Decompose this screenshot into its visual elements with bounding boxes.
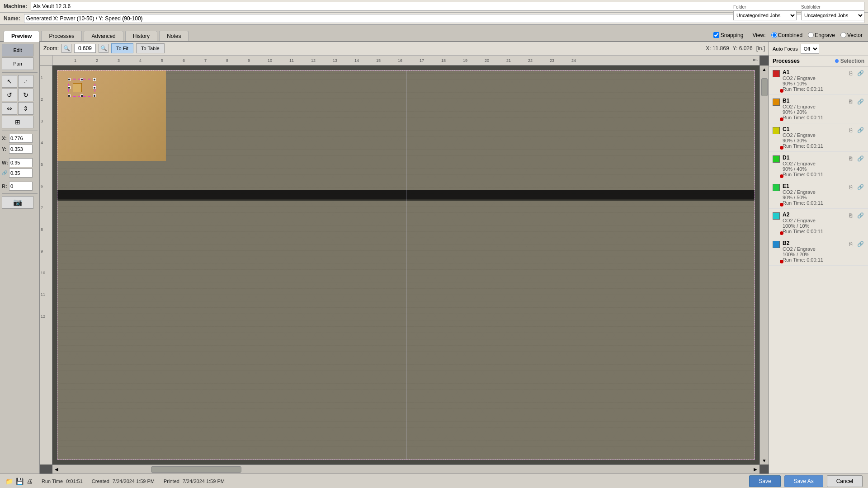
view-vector-radio[interactable]: Vector xyxy=(840,32,863,38)
scrollbar-v[interactable]: ▲ ▼ xyxy=(760,66,769,465)
r-coord-input[interactable] xyxy=(9,182,33,191)
scroll-down-button[interactable]: ▼ xyxy=(760,456,769,465)
process-item-e1[interactable]: E1 CO2 / Engrave 90% / 50% Run Time: 0:0… xyxy=(769,180,868,209)
zoom-label: Zoom: xyxy=(43,45,59,52)
process-item-b2[interactable]: B2 CO2 / Engrave 100% / 20% Run Time: 0:… xyxy=(769,237,868,266)
auto-focus-select[interactable]: Off On xyxy=(801,44,819,54)
handle-br[interactable] xyxy=(93,94,96,97)
machine-label: Machine: xyxy=(4,3,27,9)
snapping-view-bar: Snapping View: Combined Engrave Vector xyxy=(713,32,863,38)
save-button[interactable]: Save xyxy=(749,475,780,487)
subfolder-label: Subfolder xyxy=(801,5,864,9)
process-action-icons-d1: ⎘ 🔗 xyxy=(846,155,864,163)
process-link-icon-b2[interactable]: 🔗 xyxy=(856,240,864,248)
view-engrave-radio[interactable]: Engrave xyxy=(808,32,835,38)
process-copy-icon-a2[interactable]: ⎘ xyxy=(846,211,854,220)
folder-group: Folder Uncategorized Jobs xyxy=(733,5,797,20)
w-coord-input[interactable] xyxy=(9,158,33,167)
process-copy-icon-c1[interactable]: ⎘ xyxy=(846,126,854,134)
edit-button[interactable]: Edit xyxy=(2,44,33,56)
zoom-bar: Zoom: 🔍 🔍 To Fit To Table X: 11.869 Y: 6… xyxy=(40,42,769,56)
flip-h-icon[interactable]: ⇔ xyxy=(2,102,17,115)
subfolder-select[interactable]: Uncategorized Jobs xyxy=(801,10,864,20)
process-copy-icon-b2[interactable]: ⎘ xyxy=(846,240,854,248)
left-panel: Edit Pan ↖ ⟋ ↺ ↻ ⇔ ⇕ ⊞ xyxy=(0,42,40,474)
laser-preview xyxy=(57,70,755,460)
camera-tools: 📷 xyxy=(2,196,38,209)
handle-ml[interactable] xyxy=(68,86,71,89)
process-link-icon-a2[interactable]: 🔗 xyxy=(856,211,864,220)
process-color-a1 xyxy=(773,70,780,77)
process-copy-icon-a1[interactable]: ⎘ xyxy=(846,69,854,77)
canvas-content[interactable] xyxy=(52,66,760,465)
tab-processes[interactable]: Processes xyxy=(41,31,82,41)
snapping-checkbox[interactable] xyxy=(713,32,719,38)
camera-icon[interactable]: 📷 xyxy=(2,196,33,209)
chain-icon: 🔗 xyxy=(2,170,8,175)
zoom-in-button[interactable]: 🔍 xyxy=(99,44,108,53)
handle-mr[interactable] xyxy=(93,86,96,89)
scroll-up-button[interactable]: ▲ xyxy=(760,66,769,74)
grid-icon[interactable]: ⊞ xyxy=(2,116,33,128)
cancel-button[interactable]: Cancel xyxy=(827,475,863,487)
process-link-icon-c1[interactable]: 🔗 xyxy=(856,126,864,134)
handle-tr[interactable] xyxy=(93,78,96,81)
process-copy-icon-b1[interactable]: ⎘ xyxy=(846,98,854,106)
to-fit-button[interactable]: To Fit xyxy=(111,43,133,53)
process-action-icons-a1: ⎘ 🔗 xyxy=(846,69,864,77)
process-link-icon-d1[interactable]: 🔗 xyxy=(856,155,864,163)
tab-notes[interactable]: Notes xyxy=(159,31,189,41)
to-table-button[interactable]: To Table xyxy=(136,43,165,53)
tab-history[interactable]: History xyxy=(125,31,157,41)
save-as-button[interactable]: Save As xyxy=(784,475,823,487)
handle-bl[interactable] xyxy=(68,94,71,97)
select-icon[interactable]: ↖ xyxy=(2,75,17,88)
process-link-icon-e1[interactable]: 🔗 xyxy=(856,183,864,191)
process-list[interactable]: A1 CO2 / Engrave 90% / 10% Run Time: 0:0… xyxy=(769,66,868,474)
handle-tl[interactable] xyxy=(68,78,71,81)
subfolder-group: Subfolder Uncategorized Jobs xyxy=(801,5,864,20)
zoom-input[interactable] xyxy=(74,44,96,53)
y-coord-input[interactable] xyxy=(9,145,33,154)
tab-preview[interactable]: Preview xyxy=(4,31,39,42)
folder-select[interactable]: Uncategorized Jobs xyxy=(733,10,797,20)
canvas-viewport[interactable]: in. 1 2 3 4 5 6 7 8 9 10 11 12 xyxy=(40,56,769,474)
flip-v-icon[interactable]: ⇕ xyxy=(18,102,33,115)
pan-button[interactable]: Pan xyxy=(2,57,33,70)
view-combined-radio[interactable]: Combined xyxy=(771,32,803,38)
scroll-thumb-v[interactable] xyxy=(761,78,768,96)
line-icon[interactable]: ⟋ xyxy=(18,75,33,88)
x-coord-input[interactable] xyxy=(9,134,33,143)
process-item-c1[interactable]: C1 CO2 / Engrave 90% / 30% Run Time: 0:0… xyxy=(769,123,868,152)
h-coord-input[interactable] xyxy=(9,169,33,178)
scroll-thumb-h[interactable] xyxy=(151,466,241,473)
selected-object[interactable] xyxy=(68,79,95,97)
folder-save-icon[interactable]: 💾 xyxy=(16,478,24,485)
auto-focus-label: Auto Focus xyxy=(773,46,798,52)
scrollbar-h[interactable]: ◀ ▶ xyxy=(52,465,760,474)
process-item-d1[interactable]: D1 CO2 / Engrave 90% / 40% Run Time: 0:0… xyxy=(769,152,868,180)
process-link-icon-a1[interactable]: 🔗 xyxy=(856,69,864,77)
print-icon[interactable]: 🖨 xyxy=(26,478,33,485)
snapping-checkbox-label[interactable]: Snapping xyxy=(713,32,744,38)
process-item-b1[interactable]: B1 CO2 / Engrave 90% / 20% Run Time: 0:0… xyxy=(769,95,868,123)
process-copy-icon-e1[interactable]: ⎘ xyxy=(846,183,854,191)
process-copy-icon-d1[interactable]: ⎘ xyxy=(846,155,854,163)
folder-open-icon[interactable]: 📁 xyxy=(5,478,13,485)
y-coord-display: Y: 6.026 xyxy=(733,45,753,52)
scroll-right-button[interactable]: ▶ xyxy=(751,465,760,474)
rotate-cw-icon[interactable]: ↻ xyxy=(18,89,33,101)
handle-tm[interactable] xyxy=(80,78,83,81)
process-item-a2[interactable]: A2 CO2 / Engrave 100% / 10% Run Time: 0:… xyxy=(769,209,868,237)
zoom-out-button[interactable]: 🔍 xyxy=(61,44,71,53)
printed-display: Printed 7/24/2024 1:59 PM xyxy=(164,479,225,484)
tab-advanced[interactable]: Advanced xyxy=(84,31,123,41)
rotate-ccw-icon[interactable]: ↺ xyxy=(2,89,17,101)
grid-tools: ⊞ xyxy=(2,116,38,128)
handle-bm[interactable] xyxy=(80,94,83,97)
scroll-left-button[interactable]: ◀ xyxy=(52,465,61,474)
process-item-a1[interactable]: A1 CO2 / Engrave 90% / 10% Run Time: 0:0… xyxy=(769,66,868,95)
run-time-display: Run Time 0:01:51 xyxy=(42,479,83,484)
process-link-icon-b1[interactable]: 🔗 xyxy=(856,98,864,106)
process-color-b1 xyxy=(773,99,780,106)
